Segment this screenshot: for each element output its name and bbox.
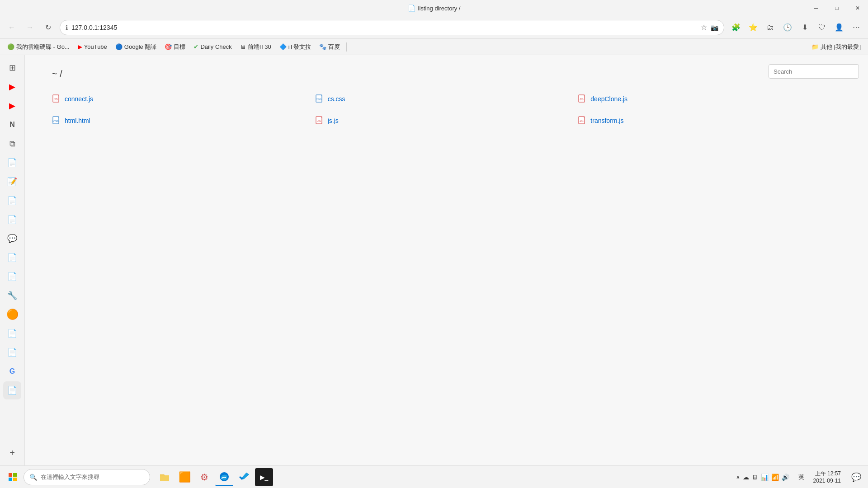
bookmark-daily-check[interactable]: ✔ Daily Check [190, 42, 235, 52]
taskbar-notify-button[interactable]: 💬 [848, 468, 864, 486]
downloads-button[interactable]: ⬇ [797, 19, 813, 36]
cloud-icon: ☁ [743, 474, 749, 481]
file-js-js[interactable]: JS js.js [315, 114, 578, 127]
history-button[interactable]: 🕒 [779, 19, 796, 36]
wifi-icon: 📶 [771, 474, 779, 481]
sidebar-icon-orange[interactable]: 🟠 [3, 305, 21, 324]
taskbar-file-explorer[interactable] [156, 468, 174, 486]
taskbar-time: 上午 12:57 [815, 470, 841, 478]
chevron-up-icon[interactable]: ∧ [736, 474, 740, 480]
frontend-it30-label: 前端IT30 [248, 43, 271, 51]
taskbar-office[interactable]: 🟧 [175, 468, 193, 486]
baidu-icon: 🐾 [319, 43, 326, 50]
connect-js-name: connect.js [65, 95, 93, 103]
html-html-name: html.html [65, 117, 90, 124]
google-translate-label: Google 翻譯 [124, 43, 157, 51]
sidebar-icon-doc1[interactable]: 📄 [3, 154, 21, 172]
bookmark-gdrive[interactable]: 🟢 我的雲端硬碟 - Go... [4, 41, 73, 53]
window-title-text: listing directory / [418, 5, 461, 12]
folder-icon: 📁 [811, 43, 819, 50]
sidebar-icon-youtube2[interactable]: ▶ [3, 97, 21, 115]
svg-text:JS: JS [580, 119, 584, 122]
window-title-icon: 📄 [408, 5, 415, 12]
transform-js-name: transform.js [590, 117, 623, 124]
bookmark-target[interactable]: 🎯 目標 [161, 41, 189, 53]
taskbar-terminal[interactable]: ▶_ [255, 468, 273, 486]
bookmark-baidu[interactable]: 🐾 百度 [316, 41, 344, 53]
language-indicator[interactable]: 英 [797, 473, 806, 481]
forward-button[interactable]: → [22, 19, 38, 36]
bookmarks-divider [346, 42, 347, 52]
info-icon: ℹ [66, 24, 68, 31]
address-text: 127.0.0.1:12345 [71, 24, 697, 31]
taskbar-edge[interactable] [215, 468, 233, 486]
address-bar[interactable]: ℹ 127.0.0.1:12345 ☆ 📷 [60, 20, 724, 35]
youtube-label: YouTube [84, 43, 107, 50]
bookmark-google-translate[interactable]: 🔵 Google 翻譯 [112, 41, 160, 53]
menu-button[interactable]: ⋯ [848, 19, 864, 36]
back-button[interactable]: ← [4, 19, 20, 36]
it-text-label: iT發文拉 [288, 43, 311, 51]
bookmark-frontend-it30[interactable]: 🖥 前端IT30 [236, 41, 275, 53]
title-bar-controls: ─ □ ✕ [806, 0, 868, 16]
start-button[interactable] [4, 468, 22, 486]
sidebar-icon-doc2[interactable]: 📄 [3, 192, 21, 210]
close-button[interactable]: ✕ [847, 0, 868, 16]
cs-css-icon: CSS [315, 94, 324, 103]
star-icon[interactable]: ☆ [701, 23, 707, 32]
sidebar-add-button[interactable]: + [3, 444, 21, 462]
collections-button[interactable]: 🗂 [762, 19, 778, 36]
sidebar-icon-doc-active[interactable]: 📄 [3, 381, 21, 399]
search-box-container [769, 55, 859, 88]
sidebar-icon-notes[interactable]: 📝 [3, 173, 21, 191]
monitor-icon: 🖥 [752, 474, 758, 481]
maximize-button[interactable]: □ [826, 0, 847, 16]
nav-bar: ← → ↻ ℹ 127.0.0.1:12345 ☆ 📷 🧩 ⭐ 🗂 🕒 ⬇ 🛡 … [0, 16, 868, 39]
sidebar-icon-doc4[interactable]: 📄 [3, 249, 21, 267]
svg-rect-18 [9, 473, 12, 477]
svg-text:HTML: HTML [52, 120, 60, 122]
sidebar-icon-chat[interactable]: 💬 [3, 230, 21, 248]
file-connect-js[interactable]: JS connect.js [52, 93, 315, 105]
file-html-html[interactable]: HTML html.html [52, 114, 315, 127]
sidebar-icon-youtube1[interactable]: ▶ [3, 78, 21, 96]
taskbar-vscode[interactable] [235, 468, 253, 486]
taskbar-datetime[interactable]: 上午 12:57 2021-09-11 [810, 470, 844, 484]
sidebar-icon-tools[interactable]: 🔧 [3, 286, 21, 305]
gdrive-icon: 🟢 [7, 43, 14, 50]
bookmark-more-folder[interactable]: 📁 其他 [我的最愛] [808, 41, 864, 53]
sidebar-icon-doc7[interactable]: 📄 [3, 343, 21, 361]
file-cs-css[interactable]: CSS cs.css [315, 93, 578, 105]
directory-listing: ~ / JS connect.js CSS [25, 55, 868, 141]
refresh-button[interactable]: ↻ [40, 19, 56, 36]
bookmark-it-text[interactable]: 🔷 iT發文拉 [276, 41, 315, 53]
extensions-button[interactable]: 🧩 [728, 19, 744, 36]
gdrive-label: 我的雲端硬碟 - Go... [16, 43, 70, 51]
sidebar-icon-doc3[interactable]: 📄 [3, 211, 21, 229]
taskbar-date: 2021-09-11 [813, 478, 841, 484]
search-input[interactable] [769, 64, 859, 79]
sidebar-icon-layers[interactable]: ⧉ [3, 135, 21, 153]
directory-path: ~ / [52, 69, 841, 79]
stats-icon: 📊 [761, 474, 769, 481]
baidu-label: 百度 [328, 43, 340, 51]
bookmark-youtube[interactable]: ▶ YouTube [74, 42, 111, 52]
daily-check-label: Daily Check [200, 43, 231, 50]
svg-text:JS: JS [54, 98, 58, 101]
it-text-icon: 🔷 [279, 43, 287, 50]
sidebar-icon-google[interactable]: G [3, 362, 21, 380]
main-content: ~ / JS connect.js CSS [25, 55, 868, 465]
deepclone-js-icon: JS [578, 94, 587, 103]
file-transform-js[interactable]: JS transform.js [578, 114, 841, 127]
sidebar-icon-doc6[interactable]: 📄 [3, 324, 21, 343]
favorites-button[interactable]: ⭐ [745, 19, 761, 36]
security-button[interactable]: 🛡 [814, 19, 830, 36]
taskbar-search[interactable]: 🔍 在這裡輸入文字來搜尋 [24, 469, 150, 485]
profile-button[interactable]: 👤 [831, 19, 847, 36]
minimize-button[interactable]: ─ [806, 0, 826, 16]
sidebar-icon-doc5[interactable]: 📄 [3, 267, 21, 286]
taskbar-settings-app[interactable]: ⚙ [195, 468, 213, 486]
sidebar-icon-tabs[interactable]: ⊞ [3, 59, 21, 77]
sidebar-icon-notion[interactable]: N [3, 116, 21, 134]
file-deepclone-js[interactable]: JS deepClone.js [578, 93, 841, 105]
